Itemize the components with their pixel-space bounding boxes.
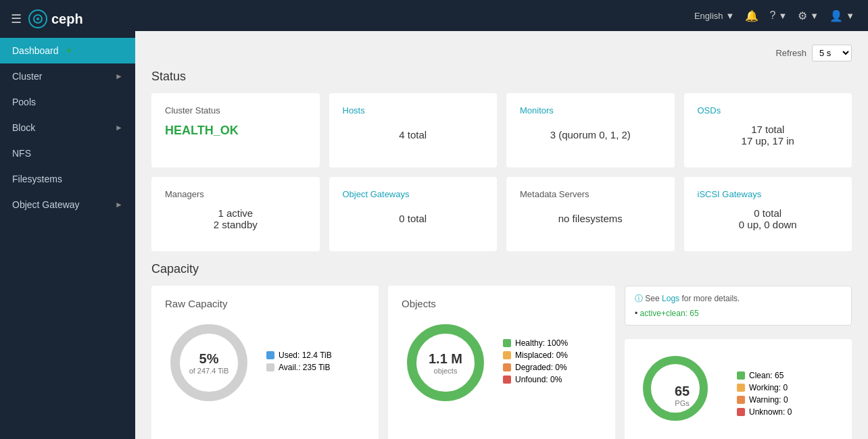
pgs-card: 65 PGs Clean: 65 Working: 0 bbox=[625, 339, 852, 439]
sidebar: ☰ ceph Dashboard ♥ Cluster ► Pools bbox=[0, 0, 135, 439]
object-gateways-value: 0 total bbox=[343, 207, 484, 224]
cluster-chevron-icon: ► bbox=[115, 72, 123, 81]
avail-label: Avail.: 235 TiB bbox=[279, 363, 331, 372]
sidebar-item-cluster-left: Cluster bbox=[12, 71, 42, 82]
sidebar-item-block-left: Block bbox=[12, 122, 35, 133]
unfound-dot bbox=[503, 376, 511, 384]
hosts-value: 4 total bbox=[343, 124, 484, 140]
object-gateway-label: Object Gateway bbox=[12, 199, 80, 210]
language-chevron-icon: ▼ bbox=[726, 11, 735, 21]
sidebar-item-nfs-left: NFS bbox=[12, 148, 31, 159]
notifications-button[interactable]: 🔔 bbox=[745, 9, 758, 22]
used-dot bbox=[266, 351, 274, 359]
healthy-dot bbox=[503, 339, 511, 347]
working-dot bbox=[737, 384, 745, 392]
iscsi-gateways-value: 0 total 0 up, 0 down bbox=[698, 207, 839, 230]
osds-line2: 17 up, 17 in bbox=[698, 135, 839, 147]
hamburger-icon[interactable]: ☰ bbox=[11, 11, 22, 26]
cluster-status-value: HEALTH_OK bbox=[165, 124, 306, 138]
status-section-title: Status bbox=[151, 70, 852, 84]
sidebar-item-pools-left: Pools bbox=[12, 97, 36, 107]
ceph-svg bbox=[32, 14, 43, 24]
sidebar-item-dashboard[interactable]: Dashboard ♥ bbox=[0, 38, 135, 63]
user-button[interactable]: 👤 ▼ bbox=[829, 9, 854, 22]
sidebar-item-object-gateway-left: Object Gateway bbox=[12, 199, 80, 210]
objects-donut: 1.1 M objects bbox=[402, 319, 489, 407]
metadata-servers-card: Metadata Servers no filesystems bbox=[506, 177, 675, 251]
language-label: English bbox=[694, 11, 723, 21]
sidebar-header: ☰ ceph bbox=[0, 0, 135, 38]
unfound-label: Unfound: 0% bbox=[515, 375, 562, 384]
sidebar-item-block[interactable]: Block ► bbox=[0, 115, 135, 140]
sidebar-item-filesystems[interactable]: Filesystems bbox=[0, 166, 135, 192]
raw-capacity-title: Raw Capacity bbox=[165, 298, 365, 309]
svg-point-1 bbox=[37, 18, 39, 20]
sidebar-item-filesystems-left: Filesystems bbox=[12, 174, 62, 184]
pgs-working-legend: Working: 0 bbox=[737, 383, 792, 392]
settings-button[interactable]: ⚙ ▼ bbox=[798, 9, 819, 22]
iscsi-line1: 0 total bbox=[698, 207, 839, 219]
cluster-label: Cluster bbox=[12, 71, 42, 82]
active-clean-label: active+clean: bbox=[640, 309, 688, 318]
managers-title: Managers bbox=[165, 189, 306, 199]
object-gateway-chevron-icon: ► bbox=[115, 200, 123, 209]
cluster-status-card: Cluster Status HEALTH_OK bbox=[151, 93, 320, 167]
tooltip-after-text: for more details. bbox=[681, 294, 740, 303]
iscsi-gateways-card: iSCSI Gateways 0 total 0 up, 0 down bbox=[684, 177, 852, 251]
ceph-logo-icon bbox=[28, 9, 47, 28]
monitors-title[interactable]: Monitors bbox=[520, 105, 661, 115]
cluster-status-title: Cluster Status bbox=[165, 105, 306, 115]
object-gateways-title[interactable]: Object Gateways bbox=[343, 189, 484, 199]
raw-capacity-sub: of 247.4 TiB bbox=[189, 367, 229, 375]
help-button[interactable]: ? ▼ bbox=[769, 9, 787, 22]
used-label: Used: 12.4 TiB bbox=[279, 351, 332, 360]
settings-chevron-icon: ▼ bbox=[810, 11, 819, 21]
pgs-unknown-legend: Unknown: 0 bbox=[737, 407, 792, 417]
refresh-bar: Refresh 5 s 10 s 30 s bbox=[151, 45, 852, 61]
clean-dot bbox=[737, 371, 745, 380]
raw-capacity-label: 5% of 247.4 TiB bbox=[189, 351, 229, 375]
raw-capacity-avail-legend: Avail.: 235 TiB bbox=[266, 363, 332, 372]
sidebar-item-dashboard-left: Dashboard ♥ bbox=[12, 45, 72, 56]
refresh-select[interactable]: 5 s 10 s 30 s bbox=[812, 45, 852, 61]
avail-dot bbox=[266, 363, 274, 371]
pgs-section: ⓘ See Logs for more details. • active+cl… bbox=[625, 286, 852, 439]
sidebar-item-cluster[interactable]: Cluster ► bbox=[0, 63, 135, 89]
pools-label: Pools bbox=[12, 97, 36, 107]
working-label: Working: 0 bbox=[749, 383, 788, 392]
main-area: English ▼ 🔔 ? ▼ ⚙ ▼ 👤 ▼ Refresh 5 s 10 s… bbox=[135, 0, 868, 439]
active-clean-line: • active+clean: 65 bbox=[635, 309, 842, 318]
pgs-clean-legend: Clean: 65 bbox=[737, 371, 792, 380]
sidebar-item-object-gateway[interactable]: Object Gateway ► bbox=[0, 192, 135, 217]
sidebar-item-nfs[interactable]: NFS bbox=[0, 140, 135, 166]
pg-tooltip: ⓘ See Logs for more details. • active+cl… bbox=[625, 286, 852, 326]
filesystems-label: Filesystems bbox=[12, 174, 62, 184]
sidebar-item-pools[interactable]: Pools bbox=[0, 89, 135, 115]
objects-big: 1.1 M bbox=[429, 351, 462, 367]
pgs-warning-legend: Warning: 0 bbox=[737, 395, 792, 405]
tooltip-logs-link[interactable]: Logs bbox=[662, 294, 679, 303]
managers-value: 1 active 2 standby bbox=[165, 207, 306, 230]
objects-card: Objects 1.1 M objects bbox=[388, 286, 615, 439]
dashboard-label: Dashboard bbox=[12, 45, 59, 56]
hosts-title[interactable]: Hosts bbox=[343, 105, 484, 115]
user-icon: 👤 bbox=[829, 9, 843, 22]
objects-chart: 1.1 M objects Healthy: 100% Misplaced: 0… bbox=[402, 319, 602, 407]
sidebar-navigation: Dashboard ♥ Cluster ► Pools Block ► NFS bbox=[0, 38, 135, 439]
objects-legend: Healthy: 100% Misplaced: 0% Degraded: 0% bbox=[503, 338, 568, 387]
capacity-section-title: Capacity bbox=[151, 262, 852, 276]
block-chevron-icon: ► bbox=[115, 123, 123, 132]
objects-small: objects bbox=[429, 367, 462, 375]
osds-title[interactable]: OSDs bbox=[698, 105, 839, 115]
raw-capacity-percent: 5% bbox=[189, 351, 229, 367]
managers-line1: 1 active bbox=[165, 207, 306, 219]
language-selector[interactable]: English ▼ bbox=[694, 11, 735, 21]
raw-capacity-donut: 5% of 247.4 TiB bbox=[165, 319, 253, 407]
iscsi-gateways-title[interactable]: iSCSI Gateways bbox=[698, 189, 839, 199]
metadata-servers-title: Metadata Servers bbox=[520, 189, 661, 199]
help-icon: ? bbox=[769, 9, 775, 22]
topbar: English ▼ 🔔 ? ▼ ⚙ ▼ 👤 ▼ bbox=[135, 0, 868, 31]
monitors-value: 3 (quorum 0, 1, 2) bbox=[520, 124, 661, 140]
raw-capacity-card: Raw Capacity 5% of 247.4 TiB bbox=[151, 286, 379, 439]
refresh-label: Refresh bbox=[775, 48, 806, 58]
